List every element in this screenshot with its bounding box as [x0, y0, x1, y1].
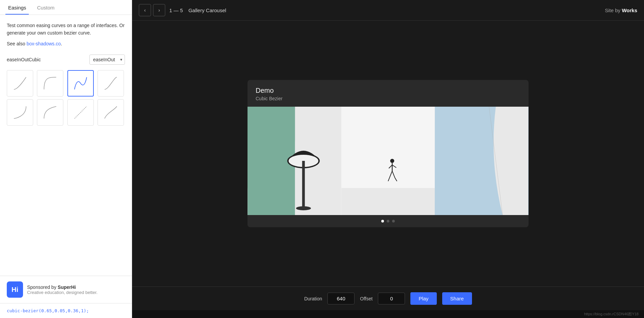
panel-content: Test common easing curves on a range of … — [0, 15, 132, 276]
right-panel: ‹ › 1 — 5 Gallery Carousel Site by Works… — [132, 0, 644, 318]
tab-custom[interactable]: Custom — [34, 0, 57, 15]
curve-cell-3[interactable] — [67, 70, 94, 97]
curve-cell-1[interactable] — [7, 70, 33, 97]
demo-subtitle: Cubic Bezier — [256, 96, 520, 101]
nav-next-button[interactable]: › — [153, 4, 165, 16]
demo-header: Demo Cubic Bezier — [248, 80, 529, 107]
svg-point-8 — [390, 159, 394, 163]
easing-select-wrapper: easeIn easeOut easeInOut linear — [89, 55, 125, 65]
curve-cell-8[interactable] — [98, 99, 124, 126]
carousel-item-2 — [341, 107, 435, 215]
offset-input[interactable] — [378, 293, 405, 304]
curve-grid — [7, 70, 125, 126]
curve-cell-7[interactable] — [67, 99, 94, 126]
dot-1[interactable] — [381, 220, 384, 222]
bottom-bar: Duration Offset Play Share — [132, 287, 644, 310]
carousel-dots — [248, 215, 529, 227]
sponsor-brand: SuperHi — [58, 284, 76, 290]
sponsor-subtitle: Creative education, designed better. — [27, 290, 125, 295]
sponsor-block: Hi Sponsored by SuperHi Creative educati… — [0, 276, 132, 303]
demo-title: Demo — [256, 87, 520, 94]
svg-rect-4 — [302, 161, 305, 208]
description-text: Test common easing curves on a range of … — [7, 22, 125, 37]
sponsor-title: Sponsored by SuperHi — [27, 284, 125, 290]
nav-prev-button[interactable]: ‹ — [139, 4, 151, 16]
svg-rect-7 — [341, 188, 435, 215]
see-also-text: See also box-shadows.co. — [7, 41, 125, 46]
site-by: Site by Works — [605, 7, 637, 13]
carousel-item-1 — [248, 107, 341, 215]
play-button[interactable]: Play — [410, 292, 436, 305]
sponsor-title-prefix: Sponsored by — [27, 284, 58, 290]
dot-3[interactable] — [392, 220, 395, 222]
sponsor-logo-text: Hi — [12, 286, 18, 294]
duration-label: Duration — [304, 296, 322, 301]
nav-arrows: ‹ › — [139, 4, 165, 16]
status-bar: https://blog.csdn.rCSDN46图Y18 — [132, 310, 644, 318]
sponsor-logo: Hi — [7, 281, 23, 298]
easing-name: easeInOutCubic — [7, 57, 41, 62]
curve-cell-6[interactable] — [37, 99, 63, 126]
nav-title: Gallery Carousel — [186, 7, 226, 13]
curve-cell-2[interactable] — [37, 70, 63, 97]
see-also-link[interactable]: box-shadows.co — [26, 41, 61, 46]
dot-2[interactable] — [387, 220, 389, 222]
tab-easings[interactable]: Easings — [5, 0, 29, 15]
bezier-code[interactable]: cubic-bezier(0.65,0.05,0.36,1); — [0, 303, 132, 318]
offset-label: Offset — [360, 296, 372, 301]
carousel-item-3 — [435, 107, 529, 215]
share-button[interactable]: Share — [442, 292, 472, 305]
site-by-brand: Works — [622, 7, 637, 13]
sponsor-text: Sponsored by SuperHi Creative education,… — [27, 284, 125, 295]
left-panel: Easings Custom Test common easing curves… — [0, 0, 132, 318]
svg-point-5 — [296, 206, 311, 210]
curve-cell-5[interactable] — [7, 99, 33, 126]
demo-area: Demo Cubic Bezier — [132, 21, 644, 287]
nav-page-info: 1 — 5 — [169, 7, 183, 13]
carousel-track — [248, 107, 529, 215]
curve-cell-4[interactable] — [98, 70, 124, 97]
top-nav: ‹ › 1 — 5 Gallery Carousel Site by Works — [132, 0, 644, 21]
site-by-prefix: Site by — [605, 7, 622, 13]
tab-bar: Easings Custom — [0, 0, 132, 15]
duration-input[interactable] — [327, 293, 355, 304]
easing-select[interactable]: easeIn easeOut easeInOut linear — [89, 55, 125, 65]
easing-controls: easeInOutCubic easeIn easeOut easeInOut … — [7, 55, 125, 65]
demo-card: Demo Cubic Bezier — [248, 80, 529, 227]
